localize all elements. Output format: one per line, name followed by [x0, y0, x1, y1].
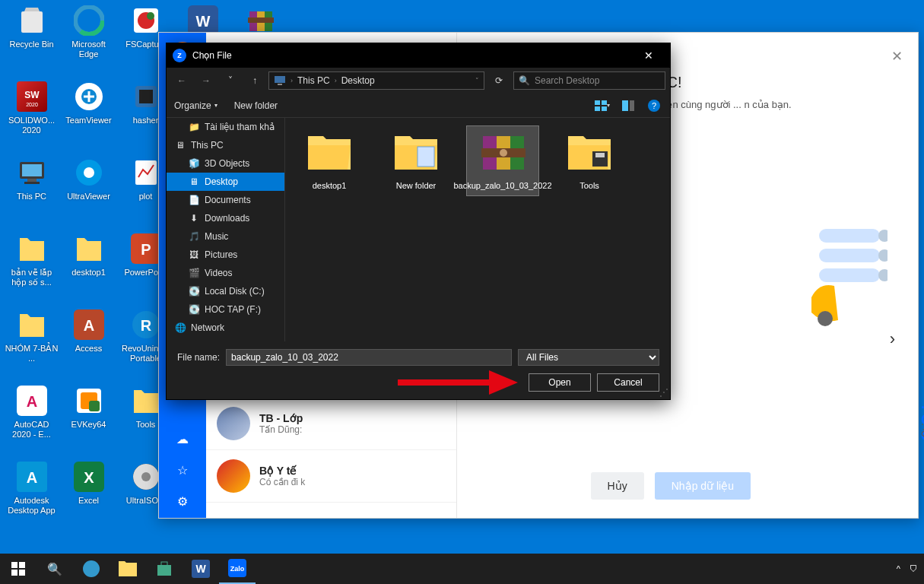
- tree-item[interactable]: 📄Documents: [167, 191, 284, 209]
- desktop-icon[interactable]: Recycle Bin: [3, 3, 60, 78]
- refresh-button[interactable]: ⟳: [487, 71, 510, 90]
- chevron-down-icon[interactable]: ˅: [475, 77, 479, 84]
- net-icon: 🌐: [174, 322, 186, 334]
- close-icon[interactable]: ✕: [891, 48, 903, 65]
- pic-icon: 🖼: [188, 249, 200, 261]
- 3d-icon: 🧊: [188, 157, 200, 170]
- contact-name: Bộ Y tế: [259, 465, 446, 477]
- svg-rect-58: [630, 100, 634, 111]
- desktop-icon[interactable]: AAutoCAD 2020 - E...: [3, 383, 60, 458]
- breadcrumb[interactable]: This PC: [297, 75, 330, 86]
- desktop-icon[interactable]: EVKey64: [60, 383, 117, 458]
- desktop-icon[interactable]: This PC: [3, 155, 60, 230]
- svg-point-37: [141, 472, 151, 481]
- svg-point-45: [878, 230, 887, 242]
- desktop-icon[interactable]: AAutodesk Desktop App: [3, 459, 60, 534]
- breadcrumb[interactable]: Desktop: [341, 75, 375, 86]
- svg-rect-7: [24, 182, 40, 184]
- file-label: backup_zalo_10_03_2022: [453, 181, 551, 191]
- tree-item[interactable]: 🎵Music: [167, 227, 284, 246]
- preview-pane-button[interactable]: [620, 97, 637, 114]
- tree-item[interactable]: 🖥This PC: [167, 136, 284, 154]
- file-label: Tools: [579, 181, 599, 191]
- gear-icon[interactable]: ⚙: [177, 494, 188, 509]
- folder-icon: 📁: [188, 121, 200, 133]
- back-button[interactable]: ←: [171, 70, 192, 91]
- star-icon[interactable]: ☆: [177, 463, 188, 478]
- desktop-icon[interactable]: UltraViewer: [60, 155, 117, 230]
- filetype-filter[interactable]: All Files: [518, 349, 659, 366]
- avatar: [217, 459, 250, 493]
- taskbar-zalo[interactable]: Zalo: [219, 554, 256, 584]
- desktop-icon[interactable]: TeamViewer: [60, 79, 117, 154]
- cancel-button[interactable]: Hủy: [591, 472, 644, 500]
- tray-expand-icon[interactable]: ^: [897, 564, 900, 573]
- taskbar-explorer[interactable]: [110, 554, 146, 584]
- conversation-item[interactable]: TB - LớpTấn Dũng:: [206, 398, 456, 450]
- svg-point-17: [84, 167, 94, 178]
- file-item[interactable]: New folder: [379, 125, 452, 196]
- import-button[interactable]: Nhập dữ liệu: [655, 472, 751, 500]
- tree-item[interactable]: 🌐Network: [167, 319, 284, 337]
- desktop-icon[interactable]: Microsoft Edge: [60, 3, 117, 78]
- open-button[interactable]: Open: [529, 373, 591, 392]
- tree-item[interactable]: ⬇Downloads: [167, 209, 284, 227]
- desktop-icon[interactable]: bản vẽ lắp hộp số s...: [3, 231, 60, 306]
- desktop-icon[interactable]: desktop1: [60, 231, 117, 306]
- group-call-sub: ... ời: [921, 416, 924, 439]
- tree-item[interactable]: 🧊3D Objects: [167, 154, 284, 173]
- file-item[interactable]: backup_zalo_10_03_2022: [466, 125, 539, 196]
- forward-button[interactable]: →: [195, 70, 217, 91]
- view-mode-button[interactable]: ▾: [594, 97, 611, 114]
- svg-point-73: [83, 560, 100, 577]
- tree-item[interactable]: 🎬Videos: [167, 264, 284, 282]
- system-tray[interactable]: ^ ⛉: [897, 564, 924, 573]
- svg-point-47: [878, 249, 887, 262]
- tree-item[interactable]: 📁Tài liệu tham khả: [167, 118, 284, 136]
- file-item[interactable]: desktop1: [293, 125, 366, 196]
- start-button[interactable]: [0, 554, 37, 584]
- help-button[interactable]: ?: [646, 97, 662, 114]
- desktop-icon[interactable]: SW2020SOLIDWO... 2020: [3, 79, 60, 154]
- search-icon: 🔍: [519, 75, 530, 86]
- search-button[interactable]: 🔍: [37, 554, 73, 584]
- contact-name: TB - Lớp: [259, 412, 446, 424]
- new-folder-button[interactable]: New folder: [234, 100, 278, 111]
- search-input[interactable]: 🔍 Search Desktop: [513, 71, 665, 90]
- resize-grip[interactable]: ⋰: [659, 387, 668, 398]
- file-label: New folder: [396, 181, 437, 191]
- pc-icon: [274, 75, 286, 87]
- svg-rect-51: [275, 76, 285, 83]
- svg-rect-70: [19, 562, 25, 568]
- network-icon[interactable]: ⛉: [910, 564, 918, 573]
- cancel-button[interactable]: Cancel: [597, 373, 659, 392]
- desktop-icon[interactable]: XExcel: [60, 459, 117, 534]
- address-bar[interactable]: › This PC › Desktop ˅: [268, 71, 484, 90]
- tree-item[interactable]: 💽HOC TAP (F:): [167, 300, 284, 319]
- svg-rect-74: [157, 565, 171, 576]
- taskbar-word[interactable]: W: [183, 554, 219, 584]
- tree-item[interactable]: 🖥Desktop: [167, 173, 284, 191]
- cloud-icon[interactable]: ☁: [176, 432, 189, 446]
- file-item[interactable]: Tools: [553, 125, 626, 196]
- filename-input[interactable]: [226, 349, 512, 366]
- svg-rect-6: [27, 179, 37, 182]
- taskbar: 🔍 W Zalo ^ ⛉: [0, 554, 924, 584]
- taskbar-edge[interactable]: [73, 554, 110, 584]
- next-arrow[interactable]: ›: [890, 329, 895, 349]
- up-button[interactable]: ↑: [244, 70, 265, 91]
- svg-rect-55: [595, 106, 600, 111]
- svg-rect-54: [602, 100, 607, 105]
- file-list: desktop1New folderbackup_zalo_10_03_2022…: [285, 118, 670, 341]
- dialog-title: Chọn File: [192, 50, 232, 61]
- desktop-icon: 🖥: [188, 176, 200, 188]
- organize-menu[interactable]: Organize▾: [174, 100, 218, 111]
- desktop-icon[interactable]: NHÓM 7-BẢN ...: [3, 307, 60, 382]
- desktop-icon[interactable]: AAccess: [60, 307, 117, 382]
- taskbar-store[interactable]: [146, 554, 183, 584]
- tree-item[interactable]: 💽Local Disk (C:): [167, 282, 284, 300]
- conversation-item[interactable]: Bộ Y tếCó cần đi k: [206, 450, 456, 503]
- tree-item[interactable]: 🖼Pictures: [167, 246, 284, 264]
- close-button[interactable]: ✕: [633, 43, 664, 68]
- recent-button[interactable]: ˅: [220, 70, 241, 91]
